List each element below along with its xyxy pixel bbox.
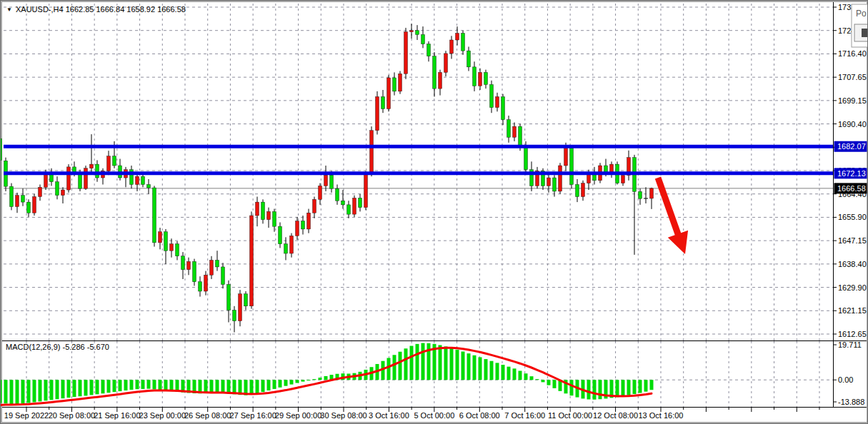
- macd-histogram-bar: [119, 380, 122, 391]
- candle-body: [267, 211, 271, 219]
- candle-body: [313, 199, 316, 213]
- macd-histogram-bar: [221, 380, 225, 393]
- macd-histogram-bar: [530, 376, 534, 380]
- macd-histogram-bar: [256, 380, 259, 393]
- candle-body: [507, 120, 511, 138]
- macd-histogram-bar: [261, 380, 265, 392]
- macd-histogram-bar: [56, 380, 59, 399]
- macd-axis-label: 19.711: [838, 340, 862, 349]
- candle-body: [421, 34, 425, 44]
- candle-body: [136, 176, 139, 184]
- candle-body: [159, 232, 162, 243]
- macd-histogram-bar: [147, 380, 151, 388]
- price-axis-label: 1716.40: [838, 49, 867, 58]
- candle-body: [176, 244, 179, 256]
- candle-body: [341, 201, 345, 205]
- candle-body: [364, 173, 368, 207]
- macd-histogram-bar: [84, 380, 88, 395]
- candle-body: [582, 183, 585, 197]
- macd-histogram-bar: [650, 380, 654, 390]
- macd-histogram-bar: [467, 353, 471, 380]
- macd-histogram-bar: [73, 380, 76, 397]
- macd-histogram-bar: [627, 380, 631, 395]
- candle-body: [553, 178, 557, 191]
- candle-body: [227, 285, 231, 311]
- candle-body: [33, 197, 36, 213]
- candle-body: [490, 84, 494, 107]
- time-axis-label: 26 Sep 08:00: [184, 411, 231, 420]
- macd-histogram-bar: [250, 380, 254, 395]
- candle-body: [576, 184, 579, 196]
- candle-body: [610, 164, 614, 172]
- candle-body: [256, 202, 259, 216]
- macd-histogram-bar: [404, 348, 408, 380]
- price-axis-label: 1638.40: [838, 260, 867, 268]
- price-axis-label: 1690.40: [838, 120, 867, 128]
- macd-histogram-bar: [644, 380, 648, 391]
- macd-histogram-bar: [399, 352, 402, 380]
- macd-histogram-bar: [639, 380, 642, 393]
- macd-histogram-bar: [301, 380, 305, 381]
- candle-body: [473, 67, 477, 86]
- macd-histogram-bar: [490, 361, 494, 380]
- candle-body: [319, 186, 322, 199]
- candle-body: [404, 32, 408, 74]
- price-axis-label: 1612.65: [838, 330, 867, 338]
- candle-body: [433, 56, 437, 89]
- macd-histogram-bar: [524, 373, 528, 380]
- macd-histogram-bar: [290, 380, 294, 384]
- macd-histogram-bar: [513, 368, 517, 380]
- macd-histogram-bar: [113, 380, 116, 392]
- macd-histogram-bar: [296, 380, 299, 383]
- popup-partial-text: Po: [856, 9, 867, 19]
- macd-histogram-bar: [96, 380, 99, 394]
- price-axis-label: 1629.90: [838, 283, 867, 292]
- macd-histogram-bar: [101, 380, 105, 393]
- candle-body: [604, 166, 608, 172]
- candle-body: [261, 202, 265, 220]
- price-axis-label: 1647.15: [838, 236, 867, 245]
- macd-histogram-bar: [479, 357, 482, 380]
- macd-histogram-bar: [107, 380, 111, 393]
- macd-histogram-bar: [141, 380, 145, 389]
- macd-histogram-bar: [44, 380, 48, 400]
- candle-body: [16, 196, 19, 207]
- time-axis-label: 23 Sep 00:00: [139, 411, 186, 420]
- macd-histogram-bar: [507, 367, 511, 380]
- macd-histogram-bar: [519, 370, 522, 380]
- candle-body: [519, 126, 522, 145]
- macd-histogram-bar: [216, 380, 219, 393]
- macd-histogram-bar: [570, 380, 574, 395]
- macd-histogram-bar: [90, 380, 94, 395]
- candle-body: [399, 74, 402, 91]
- chart-title: XAUUSD-,H4 1662.85 1666.84 1658.92 1666.…: [16, 5, 186, 14]
- time-axis-label: 19 Sep 2022: [4, 411, 49, 420]
- candle-body: [650, 188, 654, 198]
- candle-body: [221, 267, 225, 285]
- macd-histogram-bar: [416, 344, 419, 380]
- time-axis-label: 12 Oct 08:00: [593, 411, 638, 420]
- macd-histogram-bar: [170, 380, 174, 391]
- candle-body: [10, 186, 14, 206]
- candle-body: [21, 196, 25, 202]
- candle-body: [233, 311, 236, 321]
- candle-body: [284, 244, 288, 253]
- candle-body: [387, 78, 391, 109]
- candle-body: [330, 175, 334, 188]
- symbol-expand-icon[interactable]: ▼: [6, 6, 12, 13]
- macd-histogram-bar: [67, 380, 71, 398]
- candle-body: [244, 294, 248, 306]
- macd-histogram-bar: [27, 380, 31, 403]
- candle-body: [444, 54, 448, 72]
- macd-histogram-bar: [313, 379, 316, 380]
- candle-body: [301, 221, 305, 229]
- macd-histogram-bar: [439, 345, 442, 380]
- macd-histogram-bar: [421, 343, 425, 380]
- candle-body: [147, 184, 151, 188]
- macd-axis-label: -13.888: [838, 398, 864, 406]
- time-axis-label: 27 Sep 16:00: [229, 411, 276, 420]
- macd-histogram-bar: [16, 380, 19, 404]
- candle-body: [359, 198, 362, 207]
- chart-canvas[interactable]: 1733.651724.901716.401707.651699.151690.…: [0, 0, 868, 424]
- time-axis-label: 7 Oct 16:00: [504, 411, 545, 420]
